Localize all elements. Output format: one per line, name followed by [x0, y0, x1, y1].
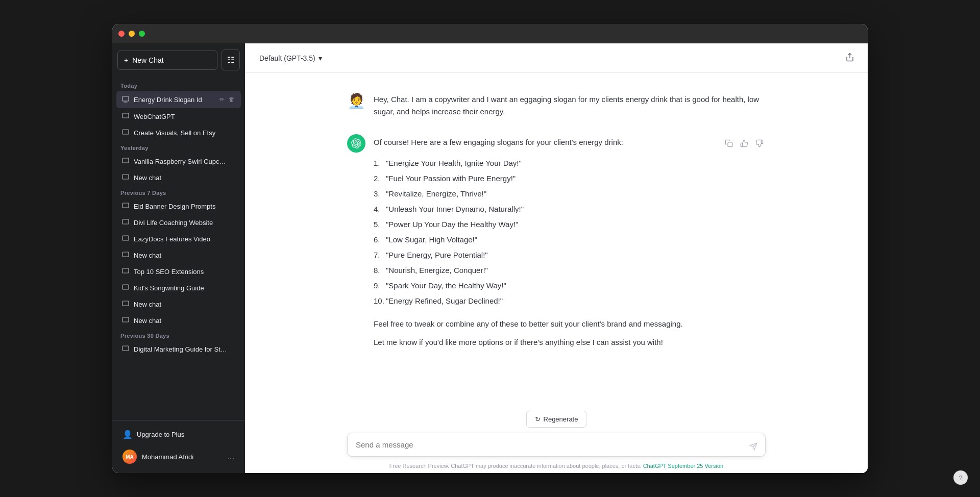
svg-rect-0 — [728, 142, 732, 147]
thumbs-down-button[interactable] — [753, 137, 766, 151]
slogan-10: 10."Energy Refined, Sugar Declined!" — [374, 293, 715, 309]
titlebar — [112, 24, 868, 43]
maximize-button[interactable] — [139, 31, 145, 37]
send-button[interactable] — [747, 440, 760, 453]
sidebar-item-label-digital-marketing: Digital Marketing Guide for St… — [134, 345, 236, 353]
new-chat-button[interactable]: + New Chat — [117, 51, 217, 70]
edit-chat-button[interactable]: ✏ — [218, 95, 226, 104]
avatar-initials: MA — [126, 454, 134, 460]
sidebar-item-divi-life[interactable]: Divi Life Coaching Website — [116, 214, 241, 231]
upgrade-to-plus-button[interactable]: 👤 Upgrade to Plus — [116, 425, 241, 444]
sidebar-item-kids-songwriting[interactable]: Kid's Songwriting Guide — [116, 280, 241, 296]
sidebar-item-create-visuals[interactable]: Create Visuals, Sell on Etsy — [116, 125, 241, 141]
slogan-5: 5."Power Up Your Day the Healthy Way!" — [374, 217, 715, 232]
copy-icon — [725, 139, 733, 147]
minimize-button[interactable] — [129, 31, 135, 37]
openai-icon — [351, 138, 361, 148]
user-profile-row[interactable]: MA Mohammad Afridi … — [116, 444, 241, 469]
slogan-8: 8."Nourish, Energize, Conquer!" — [374, 263, 715, 278]
disclaimer-link[interactable]: ChatGPT September 25 Version — [643, 463, 724, 469]
thumbs-up-button[interactable] — [738, 137, 750, 151]
slogan-4: 4."Unleash Your Inner Dynamo, Naturally!… — [374, 202, 715, 217]
sidebar-item-label-eazydocs: EazyDocs Features Video — [134, 235, 236, 243]
sidebar-item-eid-banner[interactable]: Eid Banner Design Prompts — [116, 198, 241, 214]
section-label-prev7: Previous 7 Days — [116, 186, 241, 198]
sidebar-item-new-chat-2[interactable]: New chat — [116, 247, 241, 263]
assistant-message: Of course! Here are a few engaging sloga… — [337, 126, 776, 357]
section-label-yesterday: Yesterday — [116, 141, 241, 153]
thumbs-down-icon — [755, 139, 764, 147]
thumbs-up-icon — [740, 139, 748, 147]
sidebar-header: + New Chat ☷ — [112, 43, 245, 77]
user-menu-button[interactable]: … — [227, 452, 235, 461]
followup-1: Feel free to tweak or combine any of the… — [374, 318, 715, 330]
sidebar-item-energy-drink[interactable]: Energy Drink Slogan Id ✏ 🗑 — [116, 91, 241, 108]
sidebar-item-vanilla-raspberry[interactable]: Vanilla Raspberry Swirl Cupc… — [116, 153, 241, 169]
sidebar-item-label-top10seo: Top 10 SEO Extensions — [134, 268, 236, 276]
regenerate-button[interactable]: ↻ Regenerate — [526, 411, 587, 428]
message-input[interactable] — [347, 433, 766, 457]
user-avatar: 🧑‍💼 — [347, 91, 365, 110]
chat-icon — [121, 173, 130, 182]
sidebar-item-eazydocs[interactable]: EazyDocs Features Video — [116, 231, 241, 247]
chat-icon — [121, 218, 130, 227]
chat-footer: ↻ Regenerate Free Research Preview. Chat… — [245, 405, 868, 473]
model-selector-button[interactable]: Default (GPT-3.5) ▾ — [255, 52, 326, 64]
share-button[interactable] — [842, 49, 857, 66]
chat-icon — [121, 129, 130, 137]
sidebar-item-webchatgpt[interactable]: WebChatGPT — [116, 108, 241, 125]
chat-header: Default (GPT-3.5) ▾ — [245, 43, 868, 73]
user-name: Mohammad Afridi — [142, 453, 222, 461]
followup-2: Let me know if you'd like more options o… — [374, 336, 715, 349]
sidebar: + New Chat ☷ Today Energy Drink Slogan I… — [112, 43, 245, 473]
slogan-9: 9."Spark Your Day, the Healthy Way!" — [374, 278, 715, 293]
send-icon — [749, 442, 757, 451]
slogan-3: 3."Revitalize, Energize, Thrive!" — [374, 186, 715, 202]
plus-icon: + — [124, 56, 128, 64]
section-label-prev30: Previous 30 Days — [116, 329, 241, 341]
slogan-2: 2."Fuel Your Passion with Pure Energy!" — [374, 171, 715, 186]
sidebar-item-label-vanilla-raspberry: Vanilla Raspberry Swirl Cupc… — [134, 158, 236, 165]
chat-icon — [121, 112, 130, 120]
close-button[interactable] — [118, 31, 125, 37]
sidebar-item-label-create-visuals: Create Visuals, Sell on Etsy — [134, 129, 236, 137]
chat-icon — [121, 267, 130, 276]
sidebar-item-new-chat-yesterday[interactable]: New chat — [116, 169, 241, 186]
chat-item-actions: ✏ 🗑 — [218, 95, 236, 104]
chat-icon — [121, 235, 130, 243]
ellipsis-icon: … — [227, 452, 235, 461]
share-icon — [845, 53, 854, 62]
chat-icon — [121, 202, 130, 210]
assistant-message-content: Of course! Here are a few engaging sloga… — [374, 134, 715, 349]
model-name: Default (GPT-3.5) — [259, 54, 315, 62]
delete-chat-button[interactable]: 🗑 — [228, 95, 236, 104]
gpt-avatar — [347, 134, 365, 153]
sidebar-item-label-new-chat-4: New chat — [134, 317, 236, 325]
upgrade-icon: 👤 — [122, 430, 133, 439]
sidebar-item-new-chat-4[interactable]: New chat — [116, 312, 241, 329]
assistant-intro: Of course! Here are a few engaging sloga… — [374, 136, 715, 148]
app-window: + New Chat ☷ Today Energy Drink Slogan I… — [112, 24, 868, 473]
sidebar-toggle-button[interactable]: ☷ — [222, 49, 240, 70]
sidebar-item-new-chat-3[interactable]: New chat — [116, 296, 241, 312]
copy-message-button[interactable] — [723, 137, 735, 151]
sidebar-item-top10seo[interactable]: Top 10 SEO Extensions — [116, 263, 241, 280]
chat-icon — [121, 300, 130, 308]
regenerate-area: ↻ Regenerate — [255, 411, 857, 428]
sidebar-item-label-eid-banner: Eid Banner Design Prompts — [134, 203, 236, 210]
slogan-7: 7."Pure Energy, Pure Potential!" — [374, 247, 715, 263]
sidebar-item-label-webchatgpt: WebChatGPT — [134, 113, 236, 120]
input-area — [347, 433, 766, 459]
sidebar-item-digital-marketing[interactable]: Digital Marketing Guide for St… — [116, 341, 241, 357]
new-chat-label: New Chat — [132, 56, 163, 64]
section-label-today: Today — [116, 79, 241, 91]
sidebar-footer: 👤 Upgrade to Plus MA Mohammad Afridi … — [112, 420, 245, 473]
app-body: + New Chat ☷ Today Energy Drink Slogan I… — [112, 43, 868, 473]
sidebar-content: Today Energy Drink Slogan Id ✏ 🗑 — [112, 77, 245, 420]
upgrade-label: Upgrade to Plus — [137, 431, 184, 438]
regenerate-icon: ↻ — [535, 415, 541, 423]
user-message: 🧑‍💼 Hey, Chat. I am a copywriter and I w… — [337, 83, 776, 126]
chat-icon — [121, 316, 130, 325]
chat-icon — [121, 95, 130, 104]
disclaimer: Free Research Preview. ChatGPT may produ… — [255, 463, 857, 469]
